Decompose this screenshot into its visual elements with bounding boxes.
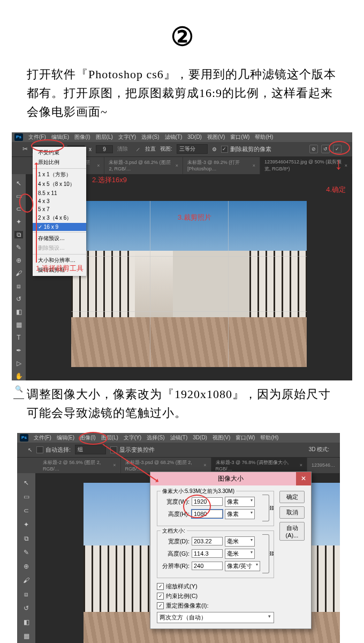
gradient-tool-icon[interactable]: ▦ (14, 321, 23, 328)
document-tab[interactable]: 未标题-3 @ 89.2% (打开 [Photoshop…× (183, 157, 260, 174)
eraser-tool-icon[interactable]: ◧ (22, 618, 31, 626)
preset-4x3[interactable]: 4 x 3 (33, 197, 86, 205)
doc-height-unit-dropdown[interactable]: 毫米 (225, 549, 255, 559)
dialog-titlebar[interactable]: 图像大小 ✕ (150, 472, 311, 485)
document-tab[interactable]: 1239546… (307, 458, 340, 473)
resolution-input[interactable]: 240 (192, 562, 223, 570)
doc-height-input[interactable]: 114.3 (192, 549, 223, 558)
eraser-tool-icon[interactable]: ◧ (14, 308, 23, 316)
type-tool-icon[interactable]: T (14, 334, 23, 341)
link-bracket-icon: ⛓ (262, 534, 269, 573)
menu-select[interactable]: 选择(S) (141, 133, 159, 141)
history-brush-icon[interactable]: ↺ (22, 604, 31, 612)
resolution-unit-dropdown[interactable]: 像素/英寸 (225, 561, 260, 571)
lasso-tool-icon[interactable]: ⊂ (22, 506, 31, 515)
doc-width-unit-dropdown[interactable]: 毫米 (225, 536, 255, 547)
menu-image[interactable]: 图像(I) (74, 133, 90, 141)
straighten-icon[interactable]: ⟋ (135, 146, 141, 152)
menu-filter[interactable]: 滤镜(T) (170, 434, 188, 442)
gradient-tool-icon[interactable]: ▦ (22, 632, 31, 640)
wand-tool-icon[interactable]: ✦ (14, 218, 23, 226)
document-tab[interactable]: 未标题-3 @ 76.8% (调整图像大小, RGB/…× (211, 458, 307, 473)
brush-tool-icon[interactable]: 🖌 (22, 576, 31, 585)
crop-tool-icon[interactable]: ⧉ (22, 534, 31, 543)
cancel-crop-icon[interactable]: ⊘ (309, 145, 318, 153)
crop-tool-icon[interactable]: ⧉ (14, 231, 23, 238)
pen-tool-icon[interactable]: ✒ (14, 347, 23, 354)
menu-type[interactable]: 文字(Y) (124, 434, 141, 442)
crop-height-input[interactable]: 9 (96, 145, 113, 153)
delete-preset[interactable]: 删除预设… (33, 243, 86, 253)
stamp-tool-icon[interactable]: ⧇ (14, 282, 23, 290)
crop-preset-menu[interactable]: 不受约束 原始比例 1 x 1（方形） 4 x 5（8 x 10） 8.5 x … (33, 147, 86, 276)
resolution-label: 分辨率(R): (162, 562, 189, 570)
constrain-checkbox[interactable]: ✓约束比例(C) (157, 592, 274, 600)
menu-edit[interactable]: 编辑(E) (57, 434, 74, 442)
close-tab-icon[interactable]: × (253, 163, 255, 168)
colors-swatch[interactable] (13, 398, 24, 399)
autoselect-target-dropdown[interactable]: 组 (75, 445, 106, 454)
save-preset[interactable]: 存储预设… (33, 234, 86, 243)
cancel-button[interactable]: 取消 (279, 506, 305, 519)
view-label: 视图: (160, 145, 172, 153)
menu-view[interactable]: 视图(V) (207, 133, 225, 141)
auto-button[interactable]: 自动(A)... (279, 522, 305, 541)
gear-icon[interactable]: ⚙ (212, 146, 217, 152)
preset-4x5[interactable]: 4 x 5（8 x 10） (33, 180, 86, 189)
document-tab[interactable]: 未标题-2 @ 56.9% (图层 2, RGB/…× (39, 458, 121, 473)
menu-help[interactable]: 帮助(H) (260, 434, 278, 442)
ok-button[interactable]: 确定 (279, 491, 305, 503)
menu-window[interactable]: 窗口(W) (236, 434, 255, 442)
menu-3d[interactable]: 3D(D) (193, 435, 207, 440)
preset-16x9[interactable]: 16 x 9 (33, 223, 86, 231)
marquee-tool-icon[interactable]: ▭ (22, 492, 31, 501)
menu-window[interactable]: 窗口(W) (230, 133, 249, 141)
preset-1x1[interactable]: 1 x 1（方形） (33, 170, 86, 180)
menu-filter[interactable]: 滤镜(T) (165, 133, 183, 141)
scale-styles-checkbox[interactable]: ✓缩放样式(Y) (157, 582, 274, 590)
eyedropper-tool-icon[interactable]: ✎ (22, 548, 31, 557)
doc-height-label: 高度(G): (162, 550, 189, 558)
annotation-circle (31, 139, 64, 152)
brush-tool-icon[interactable]: 🖌 (14, 270, 23, 277)
menu-help[interactable]: 帮助(H) (255, 133, 273, 141)
path-tool-icon[interactable]: ▷ (14, 360, 23, 367)
resample-checkbox[interactable]: ✓重定图像像素(I): (157, 602, 274, 610)
heal-tool-icon[interactable]: ⊕ (22, 562, 31, 571)
preset-85x11[interactable]: 8.5 x 11 (33, 189, 86, 197)
width-unit-dropdown[interactable]: 像素 (225, 497, 255, 507)
close-tab-icon[interactable]: × (176, 163, 178, 168)
menu-type[interactable]: 文字(Y) (118, 133, 136, 141)
menu-3d[interactable]: 3D(D) (187, 134, 202, 140)
close-tab-icon[interactable]: × (97, 163, 100, 168)
overlay-view-dropdown[interactable]: 三等分 (177, 144, 208, 154)
document-size-fieldset: 文档大小: 宽度(D): 203.22 毫米 高度(G): 114.3 (157, 530, 274, 578)
clear-button[interactable]: 清除 (117, 145, 128, 153)
move-tool-icon[interactable]: ↖ (14, 180, 23, 187)
history-brush-icon[interactable]: ↺ (14, 295, 23, 303)
doc-width-input[interactable]: 203.22 (192, 537, 223, 545)
stamp-tool-icon[interactable]: ⧇ (22, 590, 31, 599)
menu-file[interactable]: 文件(F) (34, 434, 51, 442)
preset-original[interactable]: 原始比例 (33, 158, 86, 167)
preset-2x3[interactable]: 2 x 3（4 x 6） (33, 213, 86, 223)
menu-select[interactable]: 选择(S) (147, 434, 164, 442)
pixel-dimensions-fieldset: 像素大小:5.93M(之前为3.30M) 宽度(W): 1920 像素 高度(H… (157, 491, 274, 526)
close-icon[interactable]: ✕ (296, 472, 311, 485)
wand-tool-icon[interactable]: ✦ (22, 520, 31, 529)
eyedropper-tool-icon[interactable]: ✎ (14, 244, 23, 251)
heal-tool-icon[interactable]: ⊕ (14, 257, 23, 264)
zoom-tool-icon[interactable]: 🔍 (14, 385, 23, 393)
delete-cropped-checkbox[interactable]: ✓删除裁剪的像素 (221, 145, 271, 153)
autoselect-checkbox[interactable]: 自动选择: (36, 446, 71, 454)
hand-tool-icon[interactable]: ✋ (14, 372, 23, 380)
document-tab[interactable]: 未标题-3.psd @ 68.2% (图层 2, RGB/…× (104, 157, 183, 174)
resample-method-dropdown[interactable]: 两次立方（自动） (157, 612, 274, 623)
menu-view[interactable]: 视图(V) (213, 434, 230, 442)
menu-layer[interactable]: 图层(L) (96, 133, 113, 141)
close-tab-icon[interactable]: × (345, 163, 347, 168)
preset-5x7[interactable]: 5 x 7 (33, 205, 86, 213)
move-tool-icon[interactable]: ↖ (22, 478, 31, 487)
photo-preview (71, 201, 307, 367)
height-unit-dropdown[interactable]: 像素 (225, 509, 255, 519)
